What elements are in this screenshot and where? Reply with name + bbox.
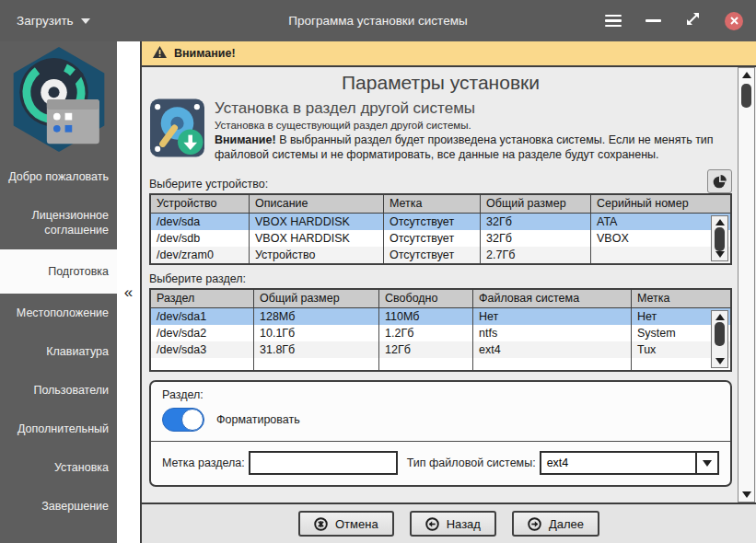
table-cell xyxy=(591,247,730,263)
cancel-button[interactable]: Отмена xyxy=(298,511,394,537)
scroll-up-icon[interactable] xyxy=(715,219,725,225)
table-cell: /dev/sda3 xyxy=(151,341,254,358)
table-cell: /dev/sda xyxy=(151,214,250,230)
table-cell: /dev/sda2 xyxy=(151,325,254,341)
harddisk-download-icon xyxy=(149,98,205,162)
pie-chart-icon xyxy=(712,174,727,190)
fs-type-select[interactable]: ext4 xyxy=(540,451,719,475)
fs-type-selected-value: ext4 xyxy=(541,456,569,469)
device-table: УстройствоОписаниеМеткаОбщий размерСерий… xyxy=(149,193,732,265)
column-header[interactable]: Описание xyxy=(250,195,384,213)
sidebar-item-step[interactable]: Пользователи xyxy=(0,371,117,410)
table-row[interactable]: /dev/sdbVBOX HARDDISKОтсутствует32ГбVBOX xyxy=(151,230,730,247)
table-row[interactable]: /dev/sda331.8Гб12Гбext4Tux xyxy=(151,341,730,358)
table-cell xyxy=(473,358,632,370)
intro-block: Установка в раздел другой системы Устано… xyxy=(149,98,732,162)
table-cell: /dev/sda1 xyxy=(151,308,254,325)
partition-table-scrollbar[interactable] xyxy=(711,310,728,368)
disk-usage-pie-button[interactable] xyxy=(707,169,732,193)
table-cell: 128Мб xyxy=(254,308,379,325)
column-header[interactable]: Свободно xyxy=(379,290,473,307)
partition-table: РазделОбщий размерСвободноФайловая систе… xyxy=(149,288,732,372)
table-cell xyxy=(254,358,379,370)
sidebar-collapse-button[interactable]: « xyxy=(124,283,133,302)
minimize-icon[interactable] xyxy=(646,19,661,22)
column-header[interactable]: Устройство xyxy=(151,195,250,213)
table-cell: ntfs xyxy=(473,325,632,341)
hamburger-menu-icon[interactable] xyxy=(605,15,622,28)
column-header[interactable]: Общий размер xyxy=(254,290,379,307)
column-header[interactable]: Метка xyxy=(632,290,730,307)
table-cell xyxy=(151,358,254,370)
table-cell: ext4 xyxy=(473,341,632,358)
sidebar-item-step[interactable]: Клавиатура xyxy=(0,332,117,371)
warning-banner: Внимание! xyxy=(142,41,756,67)
partition-options-groupbox: Раздел: Форматировать Метка раздела: Тип… xyxy=(149,380,732,487)
main-scroll-area: Параметры установки xyxy=(142,67,756,503)
table-row[interactable]: /dev/sdaVBOX HARDDISKОтсутствует32ГбATA xyxy=(151,214,730,230)
sidebar-item-step[interactable]: Установка xyxy=(0,448,117,487)
partition-group-label: Раздел: xyxy=(162,388,719,401)
sidebar-item-step[interactable]: Дополнительный xyxy=(0,410,117,448)
main-vertical-scrollbar[interactable] xyxy=(738,67,755,503)
table-cell: Отсутствует xyxy=(384,247,481,263)
device-table-scrollbar[interactable] xyxy=(711,215,728,261)
column-header[interactable]: Раздел xyxy=(151,290,254,307)
sidebar: Добро пожаловатьЛицензионное соглашениеП… xyxy=(0,41,117,543)
scrollbar-thumb[interactable] xyxy=(715,227,725,251)
scroll-down-icon[interactable] xyxy=(715,358,725,364)
close-icon[interactable] xyxy=(725,12,743,30)
section-heading: Установка в раздел другой системы xyxy=(215,99,730,118)
sidebar-item-step[interactable]: Добро пожаловать xyxy=(0,157,117,196)
sidebar-item-active[interactable]: Подготовка xyxy=(0,249,117,294)
column-header[interactable]: Метка xyxy=(384,195,481,213)
intro-text: Установка в раздел другой системы Устано… xyxy=(215,98,730,162)
sidebar-item-step[interactable]: Лицензионное соглашение xyxy=(0,196,117,249)
cancel-circle-icon xyxy=(314,517,328,531)
chevron-down-icon xyxy=(703,460,712,467)
table-cell: 31.8Гб xyxy=(254,341,379,358)
sidebar-gutter: « xyxy=(117,41,140,543)
content: Внимание! Параметры установки xyxy=(140,41,756,543)
expand-icon[interactable] xyxy=(685,11,701,30)
table-row[interactable]: /dev/sda210.1Гб1.2ГбntfsSystem xyxy=(151,325,730,341)
scrollbar-thumb[interactable] xyxy=(741,84,751,108)
select-dropdown-button[interactable] xyxy=(695,453,717,473)
section-subheading: Установка в существующий раздел другой с… xyxy=(215,120,730,131)
scroll-down-icon[interactable] xyxy=(715,251,725,258)
groupbox-divider xyxy=(151,441,730,442)
scroll-up-icon[interactable] xyxy=(715,314,725,320)
scroll-down-icon[interactable] xyxy=(742,491,751,498)
device-table-header: УстройствоОписаниеМеткаОбщий размерСерий… xyxy=(151,195,730,214)
sidebar-nav: Добро пожаловатьЛицензионное соглашениеП… xyxy=(0,157,117,526)
sidebar-item-step[interactable]: Местоположение xyxy=(0,294,117,332)
column-header[interactable]: Серийный номер xyxy=(591,195,730,213)
table-cell: ATA xyxy=(591,214,730,230)
chevron-down-icon xyxy=(81,18,90,24)
table-cell: 1.2Гб xyxy=(379,325,473,341)
column-header[interactable]: Файловая система xyxy=(473,290,632,307)
back-button[interactable]: Назад xyxy=(410,511,496,537)
format-toggle[interactable] xyxy=(162,408,204,432)
warning-banner-text: Внимание! xyxy=(174,47,236,60)
load-menu-button[interactable]: Загрузить xyxy=(17,14,90,28)
sidebar-item-step[interactable]: Завершение xyxy=(0,487,117,526)
next-button[interactable]: Далее xyxy=(512,511,599,537)
table-row[interactable]: /dev/sda1128Мб110МбНетНет xyxy=(151,308,730,325)
scrollbar-thumb[interactable] xyxy=(715,322,725,346)
table-cell: Устройство xyxy=(250,247,384,263)
device-label-row: Выберите устройство: xyxy=(149,169,732,193)
installer-logo xyxy=(8,47,110,154)
table-cell: 12Гб xyxy=(379,341,473,358)
table-row[interactable]: /dev/zram0УстройствоОтсутствует2.7Гб xyxy=(151,247,730,263)
scroll-up-icon[interactable] xyxy=(742,72,751,78)
table-cell: 32Гб xyxy=(481,214,591,230)
table-cell: VBOX xyxy=(591,230,730,247)
table-cell: VBOX HARDDISK xyxy=(250,230,384,247)
page-title: Параметры установки xyxy=(149,69,732,96)
partition-section-label: Выберите раздел: xyxy=(149,272,246,288)
table-row-empty[interactable] xyxy=(151,358,730,370)
column-header[interactable]: Общий размер xyxy=(481,195,591,213)
format-toggle-row: Форматировать xyxy=(162,408,719,432)
partition-label-input[interactable] xyxy=(249,451,398,475)
